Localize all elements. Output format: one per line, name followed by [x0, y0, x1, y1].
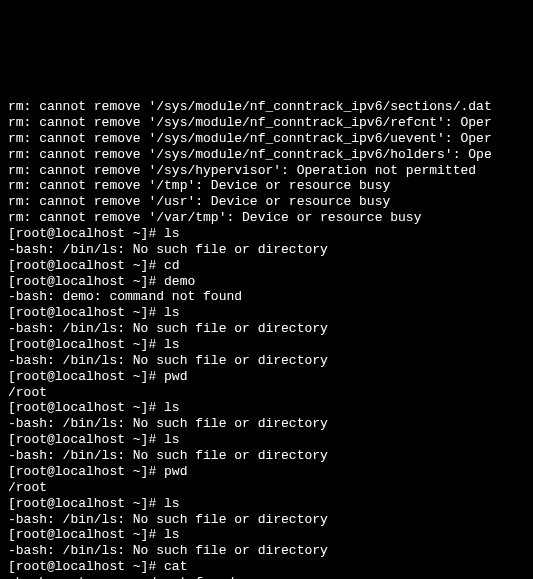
- terminal-line: -bash: /bin/ls: No such file or director…: [8, 543, 525, 559]
- terminal-line: -bash: /bin/ls: No such file or director…: [8, 416, 525, 432]
- terminal-line: /root: [8, 480, 525, 496]
- terminal-line: -bash: /bin/ls: No such file or director…: [8, 353, 525, 369]
- terminal-line: rm: cannot remove '/sys/module/nf_conntr…: [8, 131, 525, 147]
- terminal-line: rm: cannot remove '/sys/module/nf_conntr…: [8, 99, 525, 115]
- terminal-line: [root@localhost ~]# ls: [8, 527, 525, 543]
- terminal-line: -bash: /bin/ls: No such file or director…: [8, 512, 525, 528]
- terminal-line: -bash: /bin/ls: No such file or director…: [8, 448, 525, 464]
- terminal-line: rm: cannot remove '/sys/hypervisor': Ope…: [8, 163, 525, 179]
- terminal-line: [root@localhost ~]# ls: [8, 432, 525, 448]
- terminal-line: rm: cannot remove '/tmp': Device or reso…: [8, 178, 525, 194]
- terminal-output[interactable]: rm: cannot remove '/sys/module/nf_conntr…: [8, 67, 525, 579]
- terminal-line: [root@localhost ~]# pwd: [8, 464, 525, 480]
- terminal-line: [root@localhost ~]# demo: [8, 274, 525, 290]
- terminal-lines: rm: cannot remove '/sys/module/nf_conntr…: [8, 99, 525, 579]
- terminal-line: [root@localhost ~]# ls: [8, 400, 525, 416]
- terminal-line: [root@localhost ~]# ls: [8, 305, 525, 321]
- terminal-line: [root@localhost ~]# cd: [8, 258, 525, 274]
- terminal-line: [root@localhost ~]# cat: [8, 559, 525, 575]
- terminal-line: /root: [8, 385, 525, 401]
- terminal-line: -bash: /bin/ls: No such file or director…: [8, 321, 525, 337]
- terminal-line: [root@localhost ~]# ls: [8, 226, 525, 242]
- terminal-line: -bash: cat: command not found: [8, 575, 525, 579]
- terminal-line: rm: cannot remove '/sys/module/nf_conntr…: [8, 147, 525, 163]
- terminal-line: [root@localhost ~]# ls: [8, 496, 525, 512]
- terminal-line: rm: cannot remove '/usr': Device or reso…: [8, 194, 525, 210]
- terminal-line: [root@localhost ~]# ls: [8, 337, 525, 353]
- terminal-line: [root@localhost ~]# pwd: [8, 369, 525, 385]
- terminal-line: -bash: demo: command not found: [8, 289, 525, 305]
- terminal-line: rm: cannot remove '/sys/module/nf_conntr…: [8, 115, 525, 131]
- terminal-line: -bash: /bin/ls: No such file or director…: [8, 242, 525, 258]
- terminal-line: rm: cannot remove '/var/tmp': Device or …: [8, 210, 525, 226]
